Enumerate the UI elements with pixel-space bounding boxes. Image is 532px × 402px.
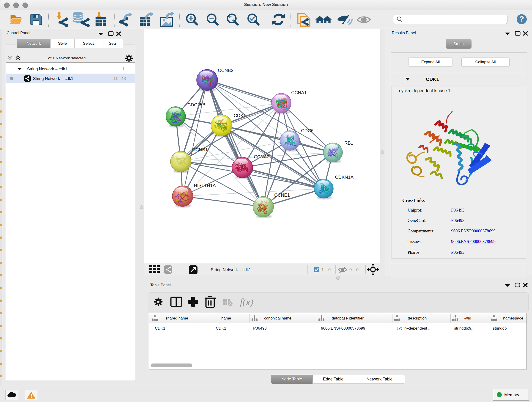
svg-text:String Network – cdk1: String Network – cdk1 <box>33 76 73 81</box>
svg-text:1: 1 <box>122 67 124 71</box>
svg-text:CCNB2: CCNB2 <box>218 68 234 73</box>
svg-text:CCNB1: CCNB1 <box>192 147 208 152</box>
svg-text:1 – 0: 1 – 0 <box>322 268 331 272</box>
svg-text:CCNA2: CCNA2 <box>254 154 269 159</box>
svg-text:CDKN1A: CDKN1A <box>335 175 354 180</box>
svg-text:CDK1: CDK1 <box>426 77 439 82</box>
svg-text:0 – 0: 0 – 0 <box>349 268 359 272</box>
svg-text:String Network – cdk1: String Network – cdk1 <box>27 67 67 71</box>
svg-text:1 of 1 Network selected: 1 of 1 Network selected <box>45 56 86 60</box>
svg-text:48: 48 <box>121 76 126 81</box>
svg-text:CDK1: CDK1 <box>234 113 246 118</box>
svg-text:CDC6: CDC6 <box>301 128 313 133</box>
svg-text:11: 11 <box>114 76 118 81</box>
svg-text:RB1: RB1 <box>344 140 353 146</box>
svg-text:CCNA1: CCNA1 <box>291 90 307 95</box>
svg-text:Memory: Memory <box>504 393 519 397</box>
svg-text:?: ? <box>519 14 524 23</box>
svg-text:f(x): f(x) <box>240 297 253 307</box>
svg-text:CDC25B: CDC25B <box>187 102 206 107</box>
svg-text:HIST1H1A: HIST1H1A <box>194 183 216 188</box>
svg-text:String Network – cdk1: String Network – cdk1 <box>211 268 251 272</box>
svg-text:CCNE1: CCNE1 <box>274 192 290 198</box>
